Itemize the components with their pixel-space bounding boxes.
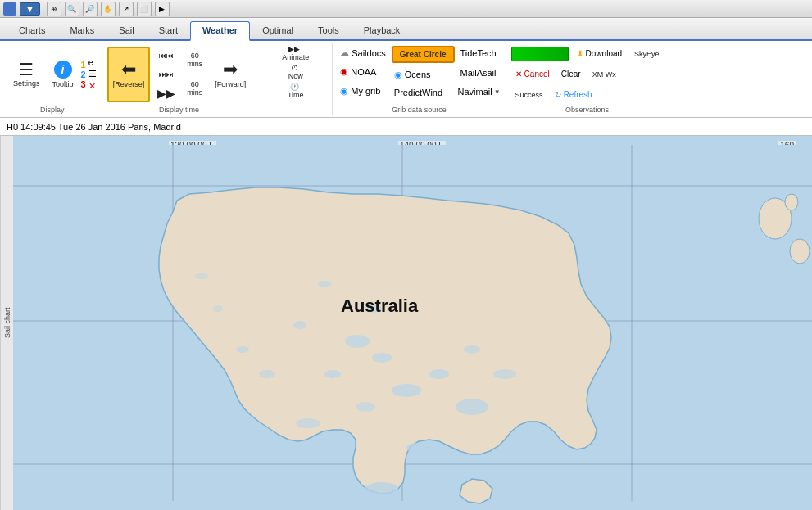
now-label: Now	[288, 72, 303, 80]
ocens-label: Ocens	[405, 70, 431, 79]
mygrib-icon: ◉	[340, 86, 348, 97]
cancel-label: Cancel	[524, 70, 550, 79]
num-stack: 1 2 3	[81, 60, 86, 89]
map-container[interactable]: 120 00 00 E 140 00 00 E 160 20 00 00 S 3…	[13, 136, 812, 510]
tab-weather[interactable]: Weather	[190, 21, 250, 41]
settings-label: Settings	[13, 79, 40, 88]
xm-wx-button[interactable]: XM Wx	[588, 65, 620, 83]
edit-icon-1[interactable]: e	[88, 57, 97, 67]
tb-action-3[interactable]: 🔎	[83, 2, 98, 16]
time-label: Time	[288, 91, 304, 99]
grib-right-col: TideTech MailAsail Navimail ▼	[458, 44, 501, 100]
mailasal-button[interactable]: MailAsail	[458, 67, 501, 79]
skyeye-label: SkyEye	[634, 50, 660, 58]
saildocs-icon: ☁	[340, 47, 349, 58]
app-icon	[3, 2, 16, 16]
reverse-button[interactable]: ⬅ [Reverse]	[107, 47, 151, 102]
forward-icon: ➡	[223, 61, 238, 79]
download-icon: ⬇	[577, 49, 583, 58]
60mins-2-button[interactable]: 60 mins	[183, 76, 206, 101]
status-text: H0 14:09:45 Tue 26 Jan 2016 Paris, Madri…	[7, 122, 181, 132]
nav-group: ⬅ [Reverse] ⏮⏮ ⏭⏭ ▶▶ 60 mins 60 mins ➡ […	[102, 43, 257, 115]
tooltip-button[interactable]: i Tooltip	[48, 47, 79, 102]
saildocs-label: Saildocs	[352, 48, 386, 58]
tb-action-5[interactable]: ↗	[119, 2, 134, 16]
tb-action-4[interactable]: ✋	[101, 2, 116, 16]
forward-button[interactable]: ➡ [Forward]	[210, 47, 251, 102]
grib-mid-col: Great Circle ◉ Ocens PredictWind	[392, 44, 455, 100]
success-text: Success	[515, 91, 543, 99]
noaa-button[interactable]: ◉ NOAA	[338, 65, 388, 78]
observations-group-content: ⬇ Download SkyEye ✕ Cancel Clear XM Wx	[511, 44, 664, 104]
info-icon: i	[54, 61, 72, 79]
app-menu-button[interactable]: ▼	[20, 2, 40, 16]
time-icon: 🕐	[290, 83, 299, 91]
svg-point-11	[429, 369, 449, 379]
grib-group: ☁ Saildocs ◉ NOAA ◉ My grib Great Circle…	[333, 43, 506, 115]
edit-icon-3[interactable]: ✕	[88, 81, 97, 92]
animate-group-content: ▶▶ Animate ⏱ Now 🕐 Time	[261, 44, 327, 112]
animate-button[interactable]: ▶▶ Animate	[261, 44, 327, 62]
animate-group: ▶▶ Animate ⏱ Now 🕐 Time	[256, 43, 333, 115]
svg-point-29	[785, 194, 798, 210]
ocens-icon: ◉	[394, 70, 402, 80]
step-fwd-button[interactable]: ⏭⏭	[153, 65, 179, 83]
edit-icon-2[interactable]: ☰	[88, 69, 97, 79]
svg-point-12	[293, 321, 306, 329]
obs-row-1: ⬇ Download SkyEye	[511, 45, 664, 63]
ocens-button[interactable]: ◉ Ocens	[392, 69, 433, 81]
display-group-label: Display	[40, 106, 65, 114]
xm-wx-label: XM Wx	[592, 70, 616, 79]
tab-start[interactable]: Start	[147, 20, 190, 39]
tb-action-7[interactable]: ▶	[155, 2, 170, 16]
settings-icon: ☰	[19, 61, 34, 78]
svg-point-9	[324, 370, 341, 378]
tb-action-2[interactable]: 🔍	[65, 2, 79, 16]
now-button[interactable]: ⏱ Now	[261, 63, 327, 81]
tab-optimal[interactable]: Optimal	[250, 20, 306, 39]
display-group-content: ☰ Settings i Tooltip 1 2 3 e ☰	[8, 44, 97, 104]
step-back-button[interactable]: ⏮⏮	[153, 47, 179, 65]
time-button[interactable]: 🕐 Time	[261, 82, 327, 100]
num-edit-stack: 1 2 3 e ☰ ✕	[81, 47, 97, 102]
title-bar-menu[interactable]: ▼	[20, 0, 43, 17]
skyeye-button[interactable]: SkyEye	[630, 45, 664, 63]
big-fwd-button[interactable]: ▶▶	[153, 84, 179, 102]
predictwind-label: PredictWind	[394, 88, 442, 97]
svg-point-24	[365, 482, 398, 495]
download-button[interactable]: ⬇ Download	[572, 47, 627, 61]
great-circle-button[interactable]: Great Circle	[392, 46, 455, 63]
success-label-el: Success	[511, 86, 547, 104]
60mins-1-button[interactable]: 60 mins	[183, 47, 206, 72]
predictwind-button[interactable]: PredictWind	[392, 87, 445, 98]
forward-label: [Forward]	[215, 80, 246, 88]
animate-icon: ▶▶	[288, 45, 300, 53]
tidetech-button[interactable]: TideTech	[458, 47, 501, 59]
tab-charts[interactable]: Charts	[7, 20, 57, 39]
tab-tools[interactable]: Tools	[306, 20, 352, 39]
cancel-icon: ✕	[515, 70, 522, 79]
tab-playback[interactable]: Playback	[352, 20, 413, 39]
nav-small-stack: ⏮⏮ ⏭⏭ ▶▶	[153, 47, 179, 102]
svg-point-13	[365, 305, 382, 313]
clear-button[interactable]: Clear	[557, 68, 585, 80]
tb-action-1[interactable]: ⊕	[47, 2, 61, 16]
settings-button[interactable]: ☰ Settings	[8, 47, 45, 102]
navimail-button[interactable]: Navimail ▼	[458, 87, 501, 97]
ribbon: ☰ Settings i Tooltip 1 2 3 e ☰	[0, 41, 812, 118]
svg-point-19	[356, 402, 375, 412]
nav-group-content: ⬅ [Reverse] ⏮⏮ ⏭⏭ ▶▶ 60 mins 60 mins ➡ […	[107, 44, 252, 104]
tb-action-6[interactable]: ⬜	[137, 2, 152, 16]
animate-label: Animate	[282, 53, 309, 61]
refresh-button[interactable]: ↻ Refresh	[551, 88, 597, 101]
time-stack: 60 mins 60 mins	[183, 47, 206, 102]
svg-point-20	[296, 418, 320, 428]
svg-point-15	[259, 370, 275, 378]
saildocs-button[interactable]: ☁ Saildocs	[338, 47, 388, 59]
tab-marks[interactable]: Marks	[57, 20, 107, 39]
tab-sail[interactable]: Sail	[107, 20, 146, 39]
mygrib-button[interactable]: ◉ My grib	[338, 85, 388, 97]
tooltip-label: Tooltip	[52, 80, 74, 88]
cancel-button[interactable]: ✕ Cancel	[511, 68, 554, 80]
obs-row-3: Success ↻ Refresh	[511, 86, 597, 104]
